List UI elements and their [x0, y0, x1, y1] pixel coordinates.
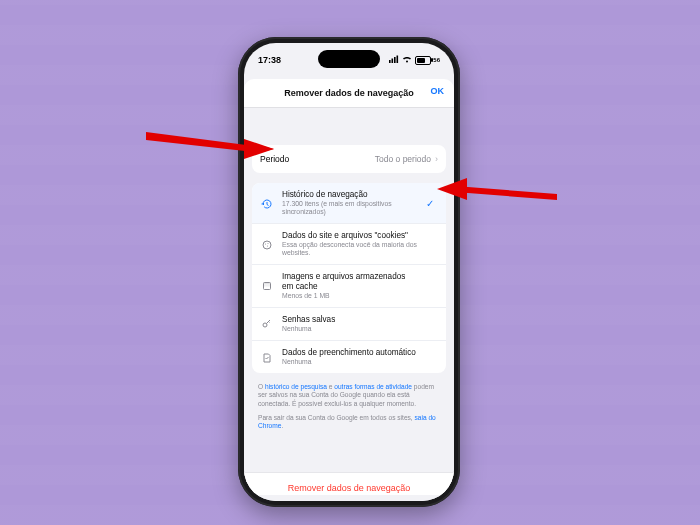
- data-type-subtitle: Essa opção desconecta você da maioria do…: [282, 241, 418, 257]
- data-type-title: Senhas salvas: [282, 315, 418, 324]
- data-type-row[interactable]: Senhas salvasNenhuma: [252, 308, 446, 341]
- data-type-text: Dados do site e arquivos "cookies"Essa o…: [282, 231, 418, 257]
- footer-text: Para sair da sua Conta do Google em todo…: [258, 414, 415, 421]
- svg-rect-2: [394, 57, 396, 63]
- footer-note-1: O histórico de pesquisa e outras formas …: [258, 383, 440, 408]
- checkmark-icon: ✓: [426, 198, 438, 209]
- period-label: Periodo: [260, 154, 289, 164]
- phone-frame: 17:38 56 Remover dados de navegação OK: [238, 37, 460, 507]
- battery-icon: 56: [415, 56, 440, 65]
- data-type-subtitle: Nenhuma: [282, 358, 418, 366]
- svg-rect-3: [397, 56, 399, 64]
- remove-data-button[interactable]: Remover dados de navegação: [244, 472, 454, 495]
- ok-button[interactable]: OK: [431, 86, 445, 96]
- footer-text: .: [281, 422, 283, 429]
- signal-icon: [389, 55, 399, 65]
- data-type-text: Histórico de navegação17.300 itens (e ma…: [282, 190, 418, 216]
- phone-screen: 17:38 56 Remover dados de navegação OK: [244, 43, 454, 501]
- data-type-title: Imagens e arquivos armazenados em cache: [282, 272, 418, 291]
- svg-rect-1: [392, 59, 394, 64]
- data-type-row[interactable]: Imagens e arquivos armazenados em cacheM…: [252, 265, 446, 308]
- data-type-title: Dados do site e arquivos "cookies": [282, 231, 418, 240]
- svg-point-4: [263, 241, 271, 249]
- period-row[interactable]: Periodo Todo o periodo ›: [252, 145, 446, 173]
- data-type-text: Dados de preenchimento automáticoNenhuma: [282, 348, 418, 366]
- data-type-row[interactable]: Dados do site e arquivos "cookies"Essa o…: [252, 224, 446, 265]
- chevron-right-icon: ›: [435, 154, 438, 164]
- modal-sheet: Remover dados de navegação OK Periodo To…: [244, 75, 454, 501]
- other-activity-link[interactable]: outras formas de atividade: [334, 383, 412, 390]
- autofill-icon: [260, 351, 274, 364]
- status-time: 17:38: [258, 55, 281, 65]
- status-right: 56: [389, 55, 440, 65]
- sheet-header: Remover dados de navegação OK: [244, 79, 454, 108]
- data-type-text: Imagens e arquivos armazenados em cacheM…: [282, 272, 418, 300]
- data-type-subtitle: Nenhuma: [282, 325, 418, 333]
- data-type-title: Histórico de navegação: [282, 190, 418, 199]
- sheet-content: Periodo Todo o periodo › Histórico de na…: [244, 135, 454, 501]
- data-type-subtitle: Menos de 1 MB: [282, 292, 418, 300]
- svg-rect-0: [389, 60, 391, 63]
- cache-icon: [260, 279, 274, 292]
- sheet-title: Remover dados de navegação: [284, 88, 414, 98]
- battery-pct-label: 56: [433, 57, 440, 63]
- period-group: Periodo Todo o periodo ›: [252, 145, 446, 173]
- data-type-subtitle: 17.300 itens (e mais em dispositivos sin…: [282, 200, 418, 216]
- cookie-icon: [260, 238, 274, 251]
- svg-point-5: [265, 243, 266, 244]
- svg-point-7: [267, 245, 268, 246]
- search-history-link[interactable]: histórico de pesquisa: [265, 383, 327, 390]
- svg-point-6: [268, 243, 269, 244]
- data-type-title: Dados de preenchimento automático: [282, 348, 418, 357]
- svg-point-11: [263, 323, 267, 327]
- data-type-text: Senhas salvasNenhuma: [282, 315, 418, 333]
- data-type-row[interactable]: Histórico de navegação17.300 itens (e ma…: [252, 183, 446, 224]
- footer-note-2: Para sair da sua Conta do Google em todo…: [258, 414, 440, 430]
- period-value: Todo o periodo: [375, 154, 431, 164]
- data-types-group: Histórico de navegação17.300 itens (e ma…: [252, 183, 446, 373]
- svg-rect-9: [264, 283, 271, 285]
- history-icon: [260, 197, 274, 210]
- data-type-row[interactable]: Dados de preenchimento automáticoNenhuma: [252, 341, 446, 373]
- key-icon: [260, 317, 274, 330]
- svg-rect-10: [264, 286, 271, 287]
- period-value-wrap: Todo o periodo ›: [375, 154, 438, 164]
- footer-notes: O histórico de pesquisa e outras formas …: [258, 383, 440, 430]
- dynamic-island: [318, 50, 380, 68]
- footer-text: O: [258, 383, 265, 390]
- wifi-icon: [402, 55, 412, 65]
